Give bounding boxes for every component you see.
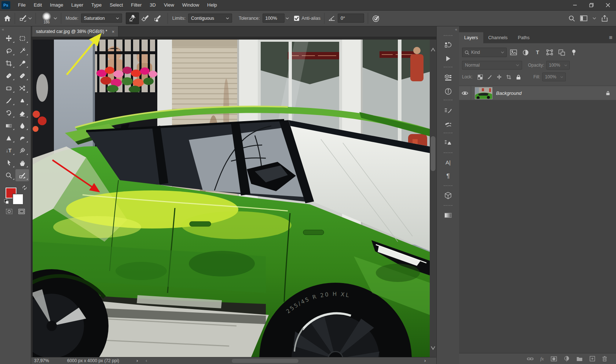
kind-filter-select[interactable]: Kind (462, 48, 507, 57)
background-color-swatch[interactable] (13, 194, 23, 204)
swap-colors-icon[interactable] (22, 185, 27, 190)
shape-layer-filter-icon[interactable] (544, 49, 555, 55)
vertical-scrollbar[interactable] (430, 40, 436, 357)
info-panel-icon[interactable] (441, 86, 455, 96)
lock-all-icon[interactable] (514, 74, 523, 80)
toolbar-collapse-icon[interactable]: « (2, 27, 4, 31)
pen-tool[interactable] (15, 144, 29, 156)
brush-preset-picker[interactable]: 186 (40, 12, 54, 24)
object-selection-tool[interactable] (15, 45, 29, 57)
paragraph-panel-icon[interactable]: ¶ (441, 171, 455, 181)
chevron-down-icon[interactable] (593, 17, 596, 19)
content-aware-move-tool[interactable] (15, 82, 29, 94)
sampling-background-swatch-icon[interactable] (151, 13, 164, 24)
history-brush-tool[interactable] (2, 107, 15, 119)
character-panel-icon[interactable]: A| (441, 157, 455, 167)
libraries-panel-icon[interactable] (441, 73, 455, 82)
layer-visibility-toggle[interactable] (459, 86, 471, 100)
menu-filter[interactable]: Filter (127, 0, 146, 10)
restore-icon[interactable] (583, 0, 600, 10)
patch-tool[interactable] (2, 82, 15, 94)
antialias-checkbox[interactable] (294, 16, 299, 21)
zoom-level[interactable]: 37,97% (34, 358, 49, 363)
angle-input[interactable]: 0° (338, 14, 364, 23)
vertical-scrollbar-thumb[interactable] (431, 136, 436, 171)
blur-tool[interactable] (15, 119, 29, 131)
menu-3d[interactable]: 3D (146, 0, 160, 10)
layer-name[interactable]: Background (496, 90, 521, 96)
brush-settings-panel-icon[interactable] (441, 106, 455, 116)
actions-panel-icon[interactable] (441, 54, 455, 63)
airbrush-pressure-icon[interactable] (372, 14, 381, 23)
menu-type[interactable]: Type (87, 0, 106, 10)
history-panel-icon[interactable] (441, 40, 455, 50)
sampling-continuous-icon[interactable] (126, 12, 139, 24)
close-icon[interactable] (600, 0, 616, 10)
color-replacement-tool[interactable] (15, 169, 29, 181)
chevron-down-icon[interactable] (54, 17, 57, 19)
gradients-panel-icon[interactable] (441, 211, 455, 220)
screen-mode-icon[interactable] (18, 209, 25, 214)
add-layer-mask-icon[interactable] (551, 356, 557, 361)
tool-preset-icon[interactable] (19, 14, 27, 22)
quick-mask-icon[interactable] (6, 209, 12, 214)
pixel-layer-filter-icon[interactable] (508, 49, 519, 55)
hand-tool[interactable] (15, 157, 29, 169)
zoom-tool[interactable] (2, 169, 15, 181)
sampling-once-icon[interactable] (139, 13, 151, 24)
healing-brush-tool[interactable] (15, 70, 29, 82)
crop-tool[interactable] (2, 57, 15, 69)
workspace-icon[interactable] (580, 15, 587, 21)
panel-collapse-icon[interactable]: « (455, 27, 457, 31)
menu-image[interactable]: Image (46, 0, 67, 10)
mode-select[interactable]: Saturation (81, 14, 122, 23)
menu-view[interactable]: View (160, 0, 178, 10)
scroll-left-icon[interactable]: ‹ (146, 358, 147, 363)
home-icon[interactable] (4, 15, 11, 22)
brush-tool[interactable] (2, 94, 15, 107)
brushes-panel-icon[interactable] (441, 120, 455, 129)
layer-thumbnail[interactable] (475, 87, 492, 99)
menu-file[interactable]: File (14, 0, 30, 10)
link-layers-icon[interactable] (527, 357, 534, 361)
menu-layer[interactable]: Layer (67, 0, 88, 10)
gradient-tool[interactable] (2, 119, 15, 131)
lasso-tool[interactable] (2, 45, 15, 57)
eraser-tool[interactable] (15, 107, 29, 119)
share-icon[interactable] (601, 15, 608, 22)
blend-mode-select[interactable]: Normal (462, 61, 522, 70)
new-layer-icon[interactable] (590, 356, 595, 361)
move-tool[interactable] (2, 32, 15, 44)
lock-artboard-icon[interactable] (504, 74, 514, 80)
canvas-image[interactable]: 255/45 R 20 H XL (31, 37, 436, 357)
tolerance-chevron-icon[interactable] (285, 14, 290, 22)
tab-close-icon[interactable]: × (112, 29, 115, 34)
chevron-down-icon[interactable] (28, 17, 32, 19)
lock-position-icon[interactable] (495, 74, 504, 80)
menu-help[interactable]: Help (203, 0, 221, 10)
tolerance-input[interactable]: 100% (263, 14, 285, 23)
clone-source-panel-icon[interactable] (441, 138, 455, 148)
tab-channels[interactable]: Channels (483, 32, 513, 43)
rectangular-marquee-tool[interactable] (15, 32, 29, 44)
new-group-icon[interactable] (576, 356, 583, 361)
menu-edit[interactable]: Edit (30, 0, 46, 10)
layer-row-background[interactable]: Background (459, 86, 616, 100)
horizontal-scrollbar-thumb[interactable] (232, 359, 298, 363)
opacity-input[interactable]: 100% (546, 61, 570, 70)
scroll-right-icon[interactable]: › (424, 358, 426, 363)
tab-paths[interactable]: Paths (513, 32, 535, 43)
delete-layer-icon[interactable] (602, 356, 607, 361)
smart-object-filter-icon[interactable] (556, 49, 567, 56)
lock-image-pixels-icon[interactable] (485, 74, 495, 80)
tab-layers[interactable]: Layers (459, 32, 483, 43)
document-tab[interactable]: saturated car.jpg @ 38% (RGB/8) * × (32, 26, 118, 37)
status-menu-icon[interactable]: › (136, 358, 138, 363)
smudge-tool[interactable] (15, 132, 29, 144)
new-adjustment-layer-icon[interactable] (564, 356, 569, 362)
type-layer-filter-icon[interactable]: T (532, 49, 543, 55)
search-icon[interactable] (568, 15, 575, 22)
type-tool[interactable]: ↓T (2, 144, 15, 156)
sharpen-tool[interactable] (2, 132, 15, 144)
menu-select[interactable]: Select (106, 0, 127, 10)
